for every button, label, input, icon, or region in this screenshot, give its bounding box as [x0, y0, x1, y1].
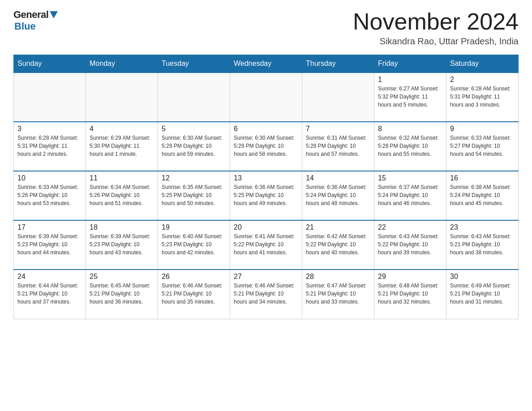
- day-info: Sunrise: 6:42 AM Sunset: 5:22 PM Dayligh…: [306, 232, 370, 257]
- calendar-cell: 18Sunrise: 6:39 AM Sunset: 5:23 PM Dayli…: [86, 220, 158, 270]
- day-info: Sunrise: 6:48 AM Sunset: 5:21 PM Dayligh…: [378, 282, 442, 306]
- day-info: Sunrise: 6:33 AM Sunset: 5:27 PM Dayligh…: [450, 134, 515, 158]
- calendar-cell: [86, 73, 158, 122]
- weekday-header-tuesday: Tuesday: [158, 55, 230, 73]
- title-block: November 2024 Sikandra Rao, Uttar Prades…: [353, 9, 519, 47]
- day-info: Sunrise: 6:44 AM Sunset: 5:21 PM Dayligh…: [17, 282, 82, 306]
- day-number: 18: [90, 223, 154, 231]
- day-info: Sunrise: 6:41 AM Sunset: 5:22 PM Dayligh…: [234, 232, 298, 257]
- day-number: 7: [306, 125, 370, 133]
- calendar-cell: 13Sunrise: 6:36 AM Sunset: 5:25 PM Dayli…: [230, 171, 302, 220]
- calendar-cell: 7Sunrise: 6:31 AM Sunset: 5:28 PM Daylig…: [302, 122, 374, 171]
- calendar-cell: 29Sunrise: 6:48 AM Sunset: 5:21 PM Dayli…: [374, 270, 446, 319]
- day-info: Sunrise: 6:32 AM Sunset: 5:28 PM Dayligh…: [378, 134, 442, 158]
- calendar-subtitle: Sikandra Rao, Uttar Pradesh, India: [353, 36, 519, 47]
- calendar-cell: [158, 73, 230, 122]
- day-info: Sunrise: 6:37 AM Sunset: 5:24 PM Dayligh…: [378, 183, 442, 207]
- day-number: 11: [90, 174, 154, 182]
- calendar-cell: 1Sunrise: 6:27 AM Sunset: 5:32 PM Daylig…: [374, 73, 446, 122]
- day-number: 19: [162, 223, 226, 231]
- calendar-header: SundayMondayTuesdayWednesdayThursdayFrid…: [14, 55, 519, 73]
- calendar-cell: 22Sunrise: 6:43 AM Sunset: 5:22 PM Dayli…: [374, 220, 446, 270]
- day-number: 3: [17, 125, 82, 133]
- calendar-cell: 16Sunrise: 6:38 AM Sunset: 5:24 PM Dayli…: [446, 171, 519, 220]
- weekday-header-row: SundayMondayTuesdayWednesdayThursdayFrid…: [14, 55, 519, 73]
- calendar-cell: 14Sunrise: 6:36 AM Sunset: 5:24 PM Dayli…: [302, 171, 374, 220]
- day-number: 29: [378, 273, 442, 281]
- calendar-cell: 11Sunrise: 6:34 AM Sunset: 5:26 PM Dayli…: [86, 171, 158, 220]
- page-header: General Blue November 2024 Sikandra Rao,…: [13, 9, 519, 47]
- calendar-cell: 19Sunrise: 6:40 AM Sunset: 5:23 PM Dayli…: [158, 220, 230, 270]
- day-number: 21: [306, 223, 370, 231]
- calendar-cell: 24Sunrise: 6:44 AM Sunset: 5:21 PM Dayli…: [14, 270, 86, 319]
- calendar-cell: 3Sunrise: 6:28 AM Sunset: 5:31 PM Daylig…: [14, 122, 86, 171]
- day-number: 1: [378, 76, 442, 84]
- calendar-cell: 20Sunrise: 6:41 AM Sunset: 5:22 PM Dayli…: [230, 220, 302, 270]
- calendar-cell: 23Sunrise: 6:43 AM Sunset: 5:21 PM Dayli…: [446, 220, 519, 270]
- calendar-cell: 28Sunrise: 6:47 AM Sunset: 5:21 PM Dayli…: [302, 270, 374, 319]
- calendar-title: November 2024: [353, 9, 519, 34]
- day-info: Sunrise: 6:40 AM Sunset: 5:23 PM Dayligh…: [162, 232, 226, 257]
- day-number: 17: [17, 223, 82, 231]
- day-info: Sunrise: 6:38 AM Sunset: 5:24 PM Dayligh…: [450, 183, 515, 207]
- day-number: 10: [17, 174, 82, 182]
- calendar-cell: [230, 73, 302, 122]
- weekday-header-thursday: Thursday: [302, 55, 374, 73]
- calendar-cell: 4Sunrise: 6:29 AM Sunset: 5:30 PM Daylig…: [86, 122, 158, 171]
- day-number: 14: [306, 174, 370, 182]
- weekday-header-wednesday: Wednesday: [230, 55, 302, 73]
- day-info: Sunrise: 6:27 AM Sunset: 5:32 PM Dayligh…: [378, 85, 442, 109]
- calendar-week-row: 10Sunrise: 6:33 AM Sunset: 5:26 PM Dayli…: [14, 171, 519, 220]
- calendar-cell: 8Sunrise: 6:32 AM Sunset: 5:28 PM Daylig…: [374, 122, 446, 171]
- day-number: 6: [234, 125, 298, 133]
- day-info: Sunrise: 6:45 AM Sunset: 5:21 PM Dayligh…: [90, 282, 154, 306]
- calendar-body: 1Sunrise: 6:27 AM Sunset: 5:32 PM Daylig…: [14, 73, 519, 319]
- calendar-week-row: 1Sunrise: 6:27 AM Sunset: 5:32 PM Daylig…: [14, 73, 519, 122]
- calendar-cell: 15Sunrise: 6:37 AM Sunset: 5:24 PM Dayli…: [374, 171, 446, 220]
- day-info: Sunrise: 6:39 AM Sunset: 5:23 PM Dayligh…: [90, 232, 154, 257]
- day-number: 30: [450, 273, 515, 281]
- day-number: 26: [162, 273, 226, 281]
- day-number: 13: [234, 174, 298, 182]
- day-info: Sunrise: 6:33 AM Sunset: 5:26 PM Dayligh…: [17, 183, 82, 207]
- day-info: Sunrise: 6:30 AM Sunset: 5:29 PM Dayligh…: [162, 134, 226, 158]
- calendar-cell: 2Sunrise: 6:28 AM Sunset: 5:31 PM Daylig…: [446, 73, 519, 122]
- day-info: Sunrise: 6:47 AM Sunset: 5:21 PM Dayligh…: [306, 282, 370, 306]
- day-number: 22: [378, 223, 442, 231]
- calendar-week-row: 24Sunrise: 6:44 AM Sunset: 5:21 PM Dayli…: [14, 270, 519, 319]
- calendar-cell: 5Sunrise: 6:30 AM Sunset: 5:29 PM Daylig…: [158, 122, 230, 171]
- calendar-cell: 27Sunrise: 6:46 AM Sunset: 5:21 PM Dayli…: [230, 270, 302, 319]
- calendar-cell: 9Sunrise: 6:33 AM Sunset: 5:27 PM Daylig…: [446, 122, 519, 171]
- day-info: Sunrise: 6:36 AM Sunset: 5:24 PM Dayligh…: [306, 183, 370, 207]
- calendar-cell: 12Sunrise: 6:35 AM Sunset: 5:25 PM Dayli…: [158, 171, 230, 220]
- calendar-cell: 26Sunrise: 6:46 AM Sunset: 5:21 PM Dayli…: [158, 270, 230, 319]
- day-info: Sunrise: 6:43 AM Sunset: 5:22 PM Dayligh…: [378, 232, 442, 257]
- day-number: 23: [450, 223, 515, 231]
- day-number: 24: [17, 273, 82, 281]
- day-info: Sunrise: 6:36 AM Sunset: 5:25 PM Dayligh…: [234, 183, 298, 207]
- calendar-week-row: 17Sunrise: 6:39 AM Sunset: 5:23 PM Dayli…: [14, 220, 519, 270]
- day-number: 15: [378, 174, 442, 182]
- calendar-cell: 25Sunrise: 6:45 AM Sunset: 5:21 PM Dayli…: [86, 270, 158, 319]
- day-number: 5: [162, 125, 226, 133]
- weekday-header-sunday: Sunday: [14, 55, 86, 73]
- day-number: 12: [162, 174, 226, 182]
- day-number: 4: [90, 125, 154, 133]
- calendar-cell: 6Sunrise: 6:30 AM Sunset: 5:29 PM Daylig…: [230, 122, 302, 171]
- day-info: Sunrise: 6:30 AM Sunset: 5:29 PM Dayligh…: [234, 134, 298, 158]
- logo-arrow-icon: [50, 11, 58, 18]
- day-info: Sunrise: 6:43 AM Sunset: 5:21 PM Dayligh…: [450, 232, 515, 257]
- calendar-cell: 10Sunrise: 6:33 AM Sunset: 5:26 PM Dayli…: [14, 171, 86, 220]
- calendar-cell: [14, 73, 86, 122]
- day-number: 16: [450, 174, 515, 182]
- day-number: 9: [450, 125, 515, 133]
- day-info: Sunrise: 6:34 AM Sunset: 5:26 PM Dayligh…: [90, 183, 154, 207]
- day-number: 27: [234, 273, 298, 281]
- day-info: Sunrise: 6:29 AM Sunset: 5:30 PM Dayligh…: [90, 134, 154, 158]
- logo-general-text: General: [13, 9, 48, 21]
- day-info: Sunrise: 6:46 AM Sunset: 5:21 PM Dayligh…: [234, 282, 298, 306]
- weekday-header-saturday: Saturday: [446, 55, 519, 73]
- calendar-cell: 30Sunrise: 6:49 AM Sunset: 5:21 PM Dayli…: [446, 270, 519, 319]
- day-info: Sunrise: 6:31 AM Sunset: 5:28 PM Dayligh…: [306, 134, 370, 158]
- day-info: Sunrise: 6:28 AM Sunset: 5:31 PM Dayligh…: [17, 134, 82, 158]
